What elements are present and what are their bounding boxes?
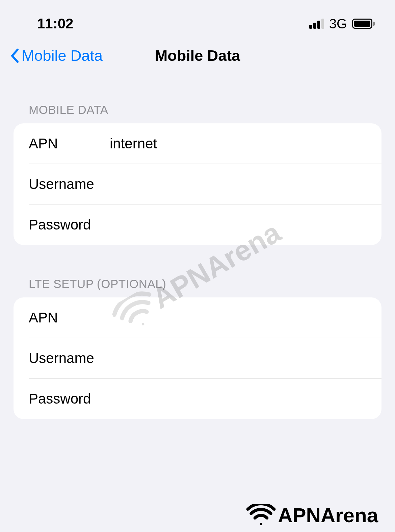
field-label: Password xyxy=(29,217,110,233)
field-value: internet xyxy=(110,136,366,152)
watermark-text: APNArena xyxy=(278,504,378,527)
navigation-bar: Mobile Data Mobile Data xyxy=(0,39,395,73)
section-header-mobile-data: Mobile Data xyxy=(29,103,381,117)
field-label: Username xyxy=(29,350,110,366)
section-mobile-data: APN internet Username Password xyxy=(14,123,381,245)
field-label: Password xyxy=(29,391,110,407)
status-bar: 11:02 3G xyxy=(0,0,395,39)
status-time: 11:02 xyxy=(37,16,73,32)
field-label: Username xyxy=(29,176,110,192)
field-password[interactable]: Password xyxy=(14,379,381,419)
section-lte-setup: APN Username Password xyxy=(14,297,381,419)
wifi-icon xyxy=(246,504,276,526)
field-username[interactable]: Username xyxy=(14,164,381,204)
field-apn[interactable]: APN internet xyxy=(14,123,381,164)
watermark-bottom: APNArena xyxy=(246,504,378,527)
back-label: Mobile Data xyxy=(22,47,103,65)
signal-icon xyxy=(309,19,324,29)
network-type: 3G xyxy=(329,16,347,31)
field-username[interactable]: Username xyxy=(14,338,381,379)
section-header-lte-setup: LTE Setup (Optional) xyxy=(29,277,381,291)
back-button[interactable]: Mobile Data xyxy=(10,47,103,65)
content: Mobile Data APN internet Username Passwo… xyxy=(0,103,395,419)
battery-icon xyxy=(352,19,375,29)
field-password[interactable]: Password xyxy=(14,204,381,245)
chevron-left-icon xyxy=(10,48,20,63)
field-label: APN xyxy=(29,136,110,152)
page-title: Mobile Data xyxy=(155,47,240,65)
field-apn[interactable]: APN xyxy=(14,297,381,338)
field-label: APN xyxy=(29,310,110,326)
status-icons: 3G xyxy=(309,16,375,31)
